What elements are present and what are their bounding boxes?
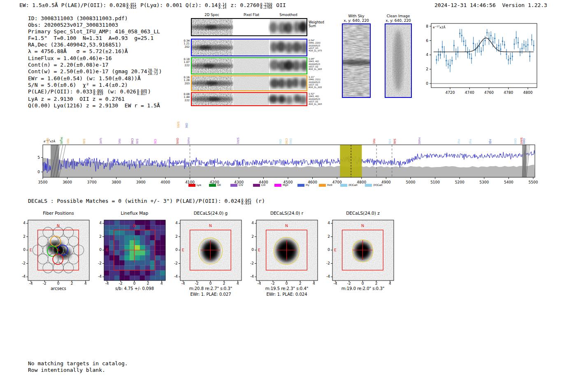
text-segment: Q(0.00) Lyα(1216) z = 2.9130 EW r = 1.5Å bbox=[28, 102, 160, 109]
legend-item: Hγ bbox=[297, 183, 309, 187]
emission-line-label: Lyα( bbox=[46, 138, 49, 144]
info-line: S/N = 5.0(±0.6) χ² = 1.4(±0.2) bbox=[28, 82, 162, 88]
footer-line-1: No matching targets in catalog. bbox=[28, 360, 128, 366]
emission-line-label: SiIV( bbox=[177, 121, 180, 128]
compass-east: E bbox=[30, 248, 32, 252]
stacked-uncertainty: 0.0490.017 bbox=[137, 90, 147, 96]
stacked-uncertainty: 0.0510.015 bbox=[126, 3, 136, 9]
legend-label: OII bbox=[217, 183, 221, 187]
compass-north: N bbox=[361, 223, 364, 228]
cleanimage-title: Clean Image bbox=[374, 14, 423, 18]
fit-chart-canvas: 0246847204740476047804800e−17x2Å bbox=[424, 20, 552, 97]
emission-line-label: SiII( bbox=[82, 139, 86, 144]
text-segment: DECaLS : Possible Matches = 0 (within +/… bbox=[28, 198, 241, 204]
fit-ytick: 0 bbox=[426, 81, 428, 86]
spectrum-xtick: 3800 bbox=[111, 180, 121, 184]
spec2d-row-left-labels: 0.341.21202 bbox=[179, 39, 190, 49]
fiber-weight-value: 222 bbox=[179, 99, 190, 102]
cutout-xtick: 0 bbox=[283, 281, 291, 285]
legend-item: HeII bbox=[319, 183, 332, 187]
cleanimage-image bbox=[385, 23, 412, 98]
cutout-ytick: -2 bbox=[94, 261, 102, 265]
cutout-xtick: 0 bbox=[130, 281, 139, 285]
cutout-xtick: 4 bbox=[386, 281, 394, 285]
fiber-id-label: 416_LL_003 bbox=[309, 68, 327, 70]
cutout-xtick: 4 bbox=[310, 281, 318, 285]
legend-swatch bbox=[230, 184, 237, 187]
cutout-xtick: -2 bbox=[269, 281, 277, 285]
compass-north: N bbox=[57, 223, 60, 228]
cutout-ytick: 0 bbox=[246, 248, 254, 252]
fiber-weight-value: 202 bbox=[179, 46, 190, 49]
fit-xtick: 4780 bbox=[504, 90, 513, 95]
info-line: F=1.5" T=0.100 N=1.31 A=0.93 g=25.1 bbox=[28, 35, 162, 42]
spec2d-row-left-labels: 0.081.44222 bbox=[179, 93, 190, 102]
fit-xtick: 4800 bbox=[523, 90, 533, 95]
cutout-image-lineflux: NE bbox=[102, 218, 168, 283]
compass-north: N bbox=[209, 223, 212, 228]
emission-line-label: OIII( bbox=[289, 138, 292, 144]
emission-line-label: NV( bbox=[66, 139, 70, 144]
elixer-report-page: EW: 1.5±0.5Å P(LAE)/P(OII): 0.0280.0510.… bbox=[0, 0, 576, 392]
cutout-xtick: -4 bbox=[103, 281, 111, 285]
cutout-ytick: -4 bbox=[170, 274, 178, 278]
legend-item: OII bbox=[209, 183, 221, 187]
cutout-ytick: 0 bbox=[323, 248, 330, 252]
cutout-ytick: 2 bbox=[18, 234, 26, 239]
cutout-ytick: -2 bbox=[246, 261, 254, 265]
cutout-ytick: 0 bbox=[94, 248, 102, 252]
info-line: P(LAE)/P(OII): 0.0330.0660.019 (w: 0.026… bbox=[28, 88, 162, 96]
spec2d-row-right-labels: WeightedSum bbox=[309, 21, 327, 28]
emission-line-label: NV( bbox=[372, 139, 376, 144]
cutout-ytick: 2 bbox=[323, 234, 330, 239]
text-segment: (r) bbox=[252, 198, 265, 204]
text-segment: P(Lyα): 0.001 Q(z): 0.14 bbox=[137, 2, 218, 8]
text-segment: Primary Spec_Slot_IFU_AMP: 416_058_063_L… bbox=[28, 28, 160, 35]
legend-item: (H)CaII bbox=[365, 183, 382, 187]
legend-label: Lyα bbox=[197, 183, 201, 187]
emission-line-label: HeII( bbox=[187, 137, 190, 144]
legend-swatch bbox=[340, 184, 347, 187]
compass-east: E bbox=[258, 248, 260, 252]
compass-east: E bbox=[334, 248, 337, 252]
cutout-xtick: 0 bbox=[359, 281, 367, 285]
emission-line-label: CIV( bbox=[130, 138, 134, 144]
text-segment: Obs: 20200523v017_3008311003 bbox=[28, 22, 118, 28]
cutout-xtick: 4 bbox=[81, 281, 90, 285]
emission-line-label: Hβ( bbox=[488, 139, 492, 144]
emission-line-label: Hγ( bbox=[457, 139, 460, 144]
text-segment: λ = 4756.88Å σ = 5.72(±2.16)Å bbox=[28, 48, 128, 54]
spectrum-ylabel: e−17x2Å bbox=[44, 139, 55, 143]
spectrum-ytick: 5 bbox=[37, 155, 40, 160]
cutout-title-fiber: Fiber Positions bbox=[26, 211, 91, 216]
legend-swatch bbox=[209, 184, 216, 187]
info-line: Q(0.00) Lyα(1216) z = 2.9130 EW r = 1.5Å bbox=[28, 102, 162, 109]
cutout-caption: EWr: 1. PLAE: 0.024 bbox=[250, 292, 324, 297]
detection-info-block: ID: 3008311003 (3008311003.pdf)Obs: 2020… bbox=[28, 15, 162, 109]
stacked-uncertainty: 0.0450.014 bbox=[242, 199, 251, 205]
legend-label: (H)CaII bbox=[373, 183, 382, 187]
decals-match-line: DECaLS : Possible Matches = 0 (within +/… bbox=[28, 198, 265, 205]
cutout-caption: m:20.8 re:2.7" s:0.3" bbox=[174, 286, 248, 291]
info-line: Cont(n) = 2.20(±0.08)e-17 bbox=[28, 62, 162, 68]
cleanimage-subtitle: x, y: 640, 220 bbox=[374, 19, 423, 23]
emission-line-label: SiIV( bbox=[236, 137, 239, 144]
info-line: RA,Dec (236.409042,53.916851) bbox=[28, 42, 162, 48]
emission-line-label: Lyα( bbox=[99, 138, 102, 144]
fit-xtick: 4760 bbox=[484, 90, 494, 95]
text-segment: (w: 0.026 bbox=[104, 88, 136, 95]
cutout-ytick: -4 bbox=[18, 274, 26, 278]
cutout-title-r: DECaLS(24.0) r bbox=[254, 211, 320, 216]
lower-uncertainty: 0.015 bbox=[126, 6, 136, 9]
emission-line-label: OVI( bbox=[176, 138, 179, 144]
fiber-id-label: Sum bbox=[309, 24, 327, 28]
info-line: Cont(w) = 2.50(±0.01)e-17 (gmag 20.7420.… bbox=[28, 68, 162, 76]
cutout-xtick: 0 bbox=[207, 281, 215, 285]
fit-ytick: 6 bbox=[426, 39, 428, 43]
info-line: LineFlux = 1.40(±0.46)e-16 bbox=[28, 55, 162, 62]
fiber-id-label: 416_LL_003 bbox=[309, 103, 327, 105]
compass-east: E bbox=[182, 248, 184, 252]
spectrum-xtick: 3500 bbox=[38, 180, 48, 184]
cutout-ytick: 4 bbox=[323, 221, 330, 225]
spectrum-xtick: 5000 bbox=[406, 180, 416, 184]
